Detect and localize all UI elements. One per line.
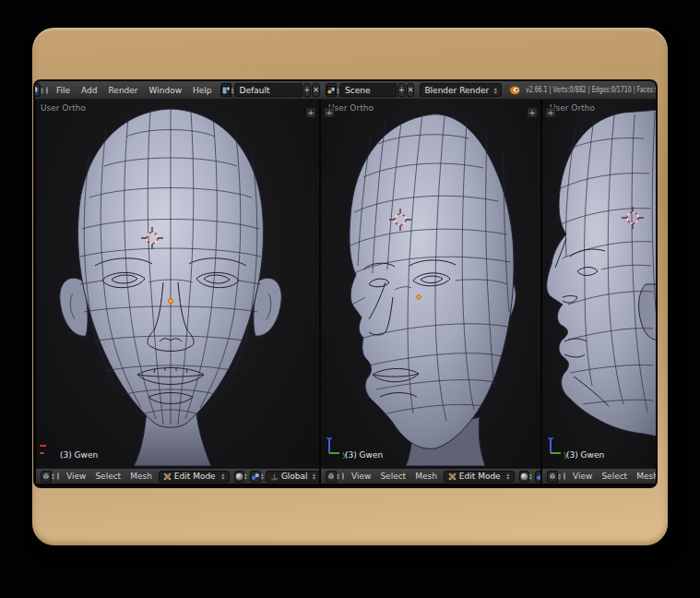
menu-mesh[interactable]: Mesh [410, 472, 442, 481]
mode-stepper-icon [504, 472, 512, 480]
menu-render[interactable]: Render [103, 86, 144, 95]
scene-statistics: v2.66.1 | Verts:0/882 | Edges:0/1710 | F… [526, 86, 656, 94]
viewport-front-header: View Select Mesh Edit Mode [36, 468, 319, 484]
editor-3dview-icon [42, 472, 51, 481]
viewport-shading-button[interactable] [519, 471, 529, 483]
menu-select[interactable]: Select [375, 472, 410, 481]
active-object-label: (3) Gwen [566, 450, 604, 460]
region-expand-button[interactable]: + [527, 107, 538, 118]
editor-3dview-icon [548, 472, 557, 481]
blender-logo-icon [35, 85, 40, 96]
editor-type-button[interactable] [326, 471, 337, 483]
region-expand-button[interactable]: + [305, 107, 316, 118]
orientation-select[interactable]: Global [266, 471, 319, 483]
info-header: File Add Render Window Help Default + ✕ [35, 81, 656, 100]
menu-window[interactable]: Window [144, 86, 188, 95]
layout-grid-icon [221, 86, 231, 95]
menu-view[interactable]: View [62, 472, 90, 481]
shading-sphere-icon [520, 472, 528, 481]
menu-add[interactable]: Add [76, 86, 102, 95]
axis-gizmo-x-icon [40, 438, 62, 462]
orientation-value: Global [281, 472, 308, 481]
scene-browse-button[interactable] [326, 83, 337, 97]
pivot-stepper-icon[interactable] [261, 472, 264, 480]
viewport-headers-row: View Select Mesh Edit Mode [35, 468, 656, 484]
layout-name-field[interactable]: Default [234, 83, 303, 97]
menu-mesh[interactable]: Mesh [632, 472, 656, 481]
menu-file[interactable]: File [51, 86, 76, 95]
shading-stepper-icon[interactable] [529, 472, 532, 480]
edit-mode-icon [448, 472, 457, 481]
region-expand-button[interactable]: + [324, 107, 335, 118]
viewport-three-quarter[interactable]: User Ortho + + y (3) Gwen [321, 100, 540, 468]
stage: File Add Render Window Help Default + ✕ [0, 0, 700, 598]
viewport-front[interactable]: User Ortho + (3) Gwen [36, 100, 319, 468]
edit-mode-icon [163, 472, 172, 481]
scene-add-button[interactable]: + [397, 83, 406, 97]
view-name-label: User Ortho [550, 103, 595, 113]
editor-3dview-icon [326, 472, 336, 481]
scene-icon [326, 86, 336, 95]
mode-value: Edit Mode [459, 472, 502, 481]
active-object-label: (3) Gwen [345, 450, 383, 460]
engine-stepper-icon [492, 87, 499, 94]
head-mesh-side [542, 100, 656, 466]
editor-stepper-icon[interactable] [52, 472, 54, 480]
menu-mesh[interactable]: Mesh [125, 472, 157, 481]
head-mesh-front [36, 100, 319, 466]
menu-help[interactable]: Help [187, 86, 218, 95]
shading-sphere-icon [235, 472, 243, 481]
object-origin-front [169, 299, 173, 304]
view-name-label: User Ortho [328, 103, 374, 113]
menu-view[interactable]: View [347, 472, 375, 481]
menu-view[interactable]: View [568, 472, 597, 481]
scene-unlink-button[interactable]: ✕ [407, 83, 415, 97]
mode-select[interactable]: Edit Mode [444, 471, 515, 483]
shading-stepper-icon[interactable] [244, 472, 247, 480]
manipulator-icon [270, 472, 279, 481]
render-engine-value: Blender Render [424, 86, 489, 95]
mode-value: Edit Mode [174, 472, 217, 481]
pivot-icon [251, 472, 260, 481]
editor-type-button[interactable] [41, 471, 52, 483]
orientation-stepper-icon [311, 472, 318, 480]
pivot-point-button[interactable] [250, 471, 261, 483]
editor-stepper-icon[interactable] [558, 472, 561, 480]
view-name-label: User Ortho [41, 103, 86, 113]
menu-select[interactable]: Select [597, 472, 632, 481]
header-collapse-icon[interactable] [342, 472, 344, 480]
head-mesh-three-quarter [321, 100, 540, 466]
editor-type-button[interactable] [547, 471, 558, 483]
mode-select[interactable]: Edit Mode [159, 471, 230, 483]
viewport-row: User Ortho + (3) Gwen [35, 100, 656, 468]
active-object-label: (3) Gwen [60, 450, 98, 460]
window-toggle-icon[interactable] [46, 87, 48, 94]
viewport-shading-button[interactable] [234, 471, 244, 483]
header-collapse-icon[interactable] [57, 472, 59, 480]
menu-select[interactable]: Select [90, 472, 125, 481]
scene-name-field[interactable]: Scene [339, 83, 397, 97]
header-stepper-icon[interactable] [41, 87, 43, 94]
blender-window: File Add Render Window Help Default + ✕ [35, 81, 656, 486]
region-expand-button[interactable]: + [545, 107, 556, 118]
blender-orange-logo-icon [508, 84, 520, 96]
object-origin-three-quarter [417, 295, 421, 299]
layout-unlink-button[interactable]: ✕ [312, 83, 320, 97]
screen-layout-button[interactable] [220, 83, 231, 97]
layout-add-button[interactable]: + [303, 83, 312, 97]
viewport-three-quarter-header: View Select Mesh Edit Mode [321, 468, 540, 484]
editor-stepper-icon[interactable] [337, 472, 339, 480]
header-collapse-icon[interactable] [564, 472, 565, 480]
viewport-side-header: View Select Mesh [542, 468, 656, 484]
mode-stepper-icon [219, 472, 227, 480]
window-bottom-edge [35, 484, 656, 486]
render-engine-select[interactable]: Blender Render [420, 83, 502, 97]
viewport-side[interactable]: User Ortho + y (3) Gwen [542, 100, 656, 468]
